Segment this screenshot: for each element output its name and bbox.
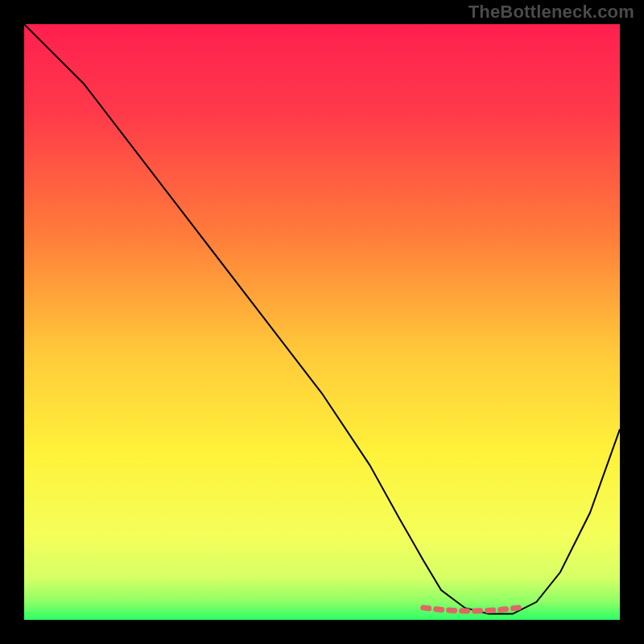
chart-svg	[24, 24, 620, 620]
watermark-text: TheBottleneck.com	[469, 2, 634, 23]
plot-area	[24, 24, 620, 620]
gradient-background	[24, 24, 620, 620]
chart-frame: TheBottleneck.com	[0, 0, 644, 644]
